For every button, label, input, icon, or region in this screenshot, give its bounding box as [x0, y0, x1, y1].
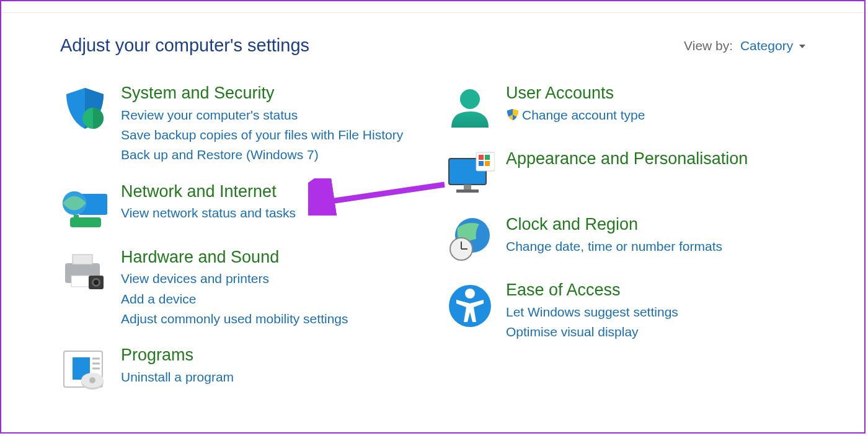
link-review-status[interactable]: Review your computer's status [121, 107, 420, 124]
category-programs: Programs Uninstall a program [60, 346, 420, 396]
left-column: System and Security Review your computer… [60, 84, 420, 412]
link-uninstall-program[interactable]: Uninstall a program [121, 368, 420, 386]
svg-point-35 [465, 289, 475, 299]
svg-rect-7 [73, 255, 92, 264]
programs-icon [60, 346, 110, 396]
category-system-security: System and Security Review your computer… [60, 84, 420, 167]
uac-shield-icon [506, 108, 520, 121]
user-accounts-title[interactable]: User Accounts [506, 84, 805, 103]
category-hardware-sound: Hardware and Sound View devices and prin… [60, 248, 420, 331]
chevron-down-icon [799, 45, 805, 48]
view-by-dropdown[interactable]: Category [740, 38, 805, 53]
user-icon [445, 84, 495, 134]
svg-point-20 [460, 89, 480, 109]
link-change-account-type[interactable]: Change account type [506, 107, 805, 124]
right-column: User Accounts Change account type [445, 84, 805, 412]
system-security-title[interactable]: System and Security [121, 84, 420, 103]
view-by-label: View by: [684, 38, 733, 53]
page-title: Adjust your computer's settings [60, 35, 309, 56]
monitor-icon [445, 150, 495, 199]
link-network-status[interactable]: View network status and tasks [121, 204, 420, 222]
view-by-value: Category [740, 38, 793, 53]
printer-icon [60, 248, 110, 298]
svg-rect-5 [74, 215, 79, 220]
link-file-history[interactable]: Save backup copies of your files with Fi… [121, 126, 420, 144]
svg-rect-24 [456, 190, 479, 193]
svg-rect-27 [485, 155, 490, 160]
link-mobility-settings[interactable]: Adjust commonly used mobility settings [121, 310, 420, 328]
network-icon [60, 183, 110, 232]
link-date-time-formats[interactable]: Change date, time or number formats [506, 238, 805, 255]
svg-rect-28 [479, 161, 484, 166]
appearance-title[interactable]: Appearance and Personalisation [506, 150, 805, 168]
network-internet-title[interactable]: Network and Internet [121, 183, 420, 201]
category-appearance: Appearance and Personalisation [445, 150, 805, 199]
svg-point-11 [94, 280, 99, 285]
category-user-accounts: User Accounts Change account type [445, 84, 805, 134]
link-optimise-visual[interactable]: Optimise visual display [506, 323, 805, 341]
category-network-internet: Network and Internet View network status… [60, 183, 420, 232]
svg-rect-26 [479, 155, 484, 160]
link-backup-restore[interactable]: Back up and Restore (Windows 7) [121, 146, 420, 164]
svg-rect-29 [485, 161, 490, 166]
clock-globe-icon [445, 216, 495, 265]
svg-rect-23 [464, 185, 471, 190]
link-add-device[interactable]: Add a device [121, 290, 420, 308]
ease-access-title[interactable]: Ease of Access [506, 281, 805, 300]
accessibility-icon [445, 281, 495, 331]
clock-region-title[interactable]: Clock and Region [506, 216, 805, 234]
programs-title[interactable]: Programs [121, 346, 420, 365]
link-devices-printers[interactable]: View devices and printers [121, 270, 420, 287]
hardware-sound-title[interactable]: Hardware and Sound [121, 248, 420, 267]
category-clock-region: Clock and Region Change date, time or nu… [445, 216, 805, 265]
link-suggest-settings[interactable]: Let Windows suggest settings [506, 303, 805, 321]
shield-icon [60, 84, 110, 134]
category-ease-access: Ease of Access Let Windows suggest setti… [445, 281, 805, 343]
svg-point-19 [89, 377, 95, 383]
